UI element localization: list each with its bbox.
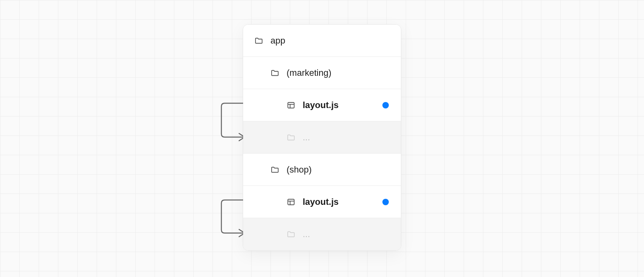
svg-rect-3	[288, 199, 294, 205]
folder-icon	[270, 69, 279, 77]
tree-row-layout-file[interactable]: layout.js	[243, 89, 401, 121]
status-dot	[382, 102, 389, 108]
tree-row-more[interactable]: ...	[243, 218, 401, 250]
tree-row-label: layout.js	[303, 197, 339, 207]
folder-icon	[287, 133, 295, 142]
tree-row-root[interactable]: app	[243, 25, 401, 57]
folder-icon	[287, 230, 295, 239]
diagram-canvas: app (marketing) layout.js	[0, 0, 644, 277]
tree-row-label: ...	[303, 132, 310, 143]
tree-row-label: ...	[303, 229, 310, 240]
tree-row-label: layout.js	[303, 100, 339, 110]
tree-row-label: (shop)	[287, 165, 312, 175]
layout-icon	[287, 101, 295, 110]
tree-row-group-folder[interactable]: (shop)	[243, 154, 401, 186]
tree-row-label: app	[270, 35, 285, 46]
file-tree-panel: app (marketing) layout.js	[243, 24, 401, 251]
tree-row-group-folder[interactable]: (marketing)	[243, 57, 401, 89]
folder-icon	[270, 165, 279, 174]
folder-icon	[254, 36, 263, 45]
status-dot	[382, 199, 389, 205]
tree-row-layout-file[interactable]: layout.js	[243, 186, 401, 218]
tree-row-label: (marketing)	[287, 68, 331, 78]
layout-icon	[287, 198, 295, 206]
svg-rect-0	[288, 102, 294, 108]
tree-row-more[interactable]: ...	[243, 121, 401, 154]
